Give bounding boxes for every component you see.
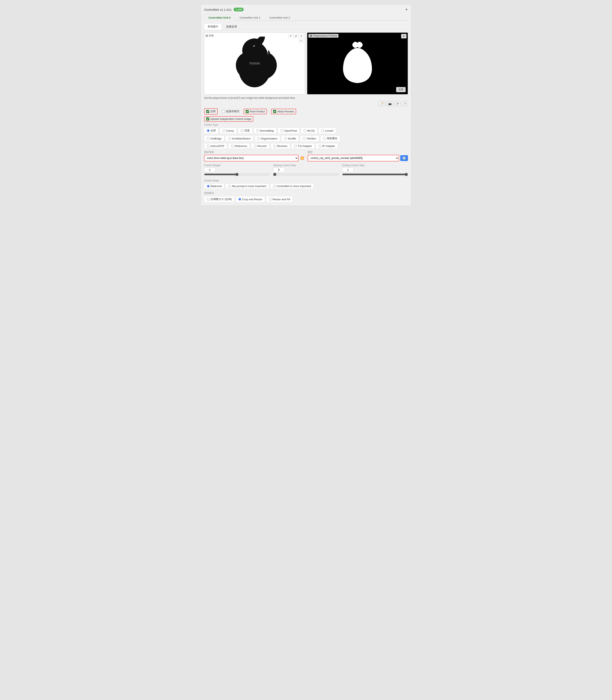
arrow-tool-button[interactable]: ↗ bbox=[402, 101, 408, 106]
preview-apple-image bbox=[337, 40, 378, 87]
collapse-button[interactable]: ▼ bbox=[405, 8, 408, 11]
radio-normalmap-input[interactable] bbox=[256, 129, 259, 132]
radio-reference-input[interactable] bbox=[231, 145, 234, 147]
radio-depth[interactable]: 深度 bbox=[238, 128, 252, 134]
upload-independent-wrapper: Upload independent control image bbox=[204, 116, 253, 122]
mode-controlnet-input[interactable] bbox=[273, 185, 276, 188]
inner-tab-batch[interactable]: 批量处理 bbox=[223, 23, 240, 30]
radio-inpaint-input[interactable] bbox=[323, 137, 326, 140]
image-label-text: 图像 bbox=[209, 34, 214, 38]
radio-tileblur-input[interactable] bbox=[303, 137, 306, 140]
mode-balanced-label: Balanced bbox=[210, 185, 222, 188]
input-image-box[interactable]: 🖼 图像 ↺ ⇄ ✕ 开始绘制 ✏ bbox=[204, 32, 305, 95]
resize-stretch[interactable]: 仅调整大小 (拉伸) bbox=[204, 196, 235, 202]
preview-label-text: Preprocessor Preview bbox=[313, 34, 337, 37]
radio-mlsd-input[interactable] bbox=[304, 129, 306, 132]
model-select[interactable]: control_v1p_sd15_qrcode_monster [a6e5899… bbox=[308, 155, 399, 161]
radio-softedge-input[interactable] bbox=[207, 137, 210, 140]
camera-tool-button[interactable]: 📷 bbox=[387, 101, 393, 106]
radio-instructp2p-input[interactable] bbox=[207, 145, 210, 147]
resize-fill[interactable]: Resize and Fill bbox=[266, 196, 293, 202]
radio-shuffle[interactable]: Shuffle bbox=[281, 135, 299, 142]
refresh-tool-button[interactable]: ⇄ bbox=[395, 101, 401, 106]
radio-mlsd[interactable]: MLSD bbox=[301, 128, 317, 134]
mode-balanced[interactable]: Balanced bbox=[204, 183, 224, 189]
radio-scribble-input[interactable] bbox=[228, 137, 231, 140]
radio-inpaint[interactable]: 局部重绘 bbox=[320, 135, 340, 142]
radio-canny-input[interactable] bbox=[222, 129, 225, 132]
image-label: 🖼 图像 bbox=[206, 34, 214, 38]
radio-canny[interactable]: Canny bbox=[220, 128, 237, 134]
image-icon: 🖼 bbox=[206, 34, 208, 37]
end-label: Ending Control Step bbox=[342, 164, 408, 167]
radio-openpose[interactable]: OpenPose bbox=[278, 128, 300, 134]
lowmem-checkbox[interactable] bbox=[222, 110, 225, 113]
tab-unit-1[interactable]: ControlNet Unit 1 bbox=[235, 14, 265, 21]
preprocessor-select-row: invert (from white bg & black line) 💥 bbox=[204, 155, 304, 161]
radio-normalmap[interactable]: NormalMap bbox=[254, 128, 277, 134]
radio-ipadapter[interactable]: IP-Adapter bbox=[316, 143, 338, 149]
radio-scribble[interactable]: Scribble/Sketch bbox=[225, 135, 253, 142]
edit-tool-button[interactable]: 📝 bbox=[378, 101, 385, 106]
radio-all-input[interactable] bbox=[207, 129, 210, 132]
clear-button[interactable]: ✕ bbox=[299, 34, 304, 38]
brush-button[interactable]: ✏ bbox=[299, 39, 304, 43]
upload-independent-checkbox[interactable] bbox=[206, 117, 209, 120]
radio-all[interactable]: 全部 bbox=[204, 128, 219, 134]
radio-mlsd-label: MLSD bbox=[307, 129, 315, 132]
radio-lineart[interactable]: Lineart bbox=[319, 128, 336, 134]
preprocessor-select[interactable]: invert (from white bg & black line) bbox=[204, 155, 298, 161]
mode-controlnet[interactable]: ControlNet is more important bbox=[270, 183, 314, 189]
start-value-input[interactable] bbox=[273, 167, 284, 172]
mode-balanced-input[interactable] bbox=[207, 185, 210, 188]
radio-recolor[interactable]: Recolor bbox=[251, 143, 269, 149]
radio-revision-input[interactable] bbox=[273, 145, 276, 147]
end-value-input[interactable] bbox=[342, 167, 353, 172]
preview-close-button[interactable]: 关闭 bbox=[396, 87, 406, 92]
model-col: 模型 control_v1p_sd15_qrcode_monster [a6e5… bbox=[308, 151, 408, 161]
inner-tab-single[interactable]: 单张图片 bbox=[204, 23, 222, 30]
redo-button[interactable]: ⇄ bbox=[294, 34, 298, 38]
radio-t2iadapter-input[interactable] bbox=[294, 145, 297, 147]
mode-prompt-input[interactable] bbox=[228, 185, 231, 188]
image-controls: ↺ ⇄ ✕ bbox=[288, 34, 304, 38]
info-text: Set the preprocessor to [invert] If your… bbox=[204, 97, 408, 99]
radio-softedge[interactable]: SoftEdge bbox=[204, 135, 224, 142]
radio-lineart-input[interactable] bbox=[321, 129, 324, 132]
undo-button[interactable]: ↺ bbox=[288, 34, 293, 38]
radio-instructp2p[interactable]: InstructP2P bbox=[204, 143, 227, 149]
resize-crop-input[interactable] bbox=[238, 198, 241, 201]
upload-independent-label: Upload independent control image bbox=[210, 117, 251, 120]
start-slider[interactable] bbox=[273, 173, 339, 176]
radio-reference[interactable]: Reference bbox=[228, 143, 250, 149]
radio-softedge-label: SoftEdge bbox=[210, 137, 222, 140]
radio-openpose-input[interactable] bbox=[281, 129, 283, 132]
mode-prompt[interactable]: My prompt is more important bbox=[225, 183, 269, 189]
tab-unit-0[interactable]: ControlNet Unit 0 bbox=[204, 14, 235, 21]
start-val-row bbox=[273, 167, 339, 172]
enable-checkbox[interactable] bbox=[206, 110, 209, 113]
end-slider[interactable] bbox=[342, 173, 408, 176]
radio-depth-input[interactable] bbox=[241, 129, 244, 132]
resize-stretch-input[interactable] bbox=[207, 198, 210, 201]
radio-ipadapter-input[interactable] bbox=[319, 145, 321, 147]
pixel-perfect-checkbox-wrapper: Pixel Perfect bbox=[244, 109, 267, 114]
radio-revision[interactable]: Revision bbox=[270, 143, 290, 149]
radio-segmentation-input[interactable] bbox=[257, 137, 260, 140]
pixel-perfect-checkbox[interactable] bbox=[246, 110, 249, 113]
allow-preview-label: Allow Preview bbox=[277, 110, 294, 113]
resize-crop[interactable]: Crop and Resize bbox=[236, 196, 265, 202]
radio-recolor-input[interactable] bbox=[254, 145, 256, 147]
radio-reference-label: Reference bbox=[235, 144, 247, 147]
resize-fill-input[interactable] bbox=[269, 198, 272, 201]
weight-value-input[interactable] bbox=[204, 167, 215, 172]
allow-preview-checkbox[interactable] bbox=[273, 110, 276, 113]
radio-segmentation[interactable]: Segmentation bbox=[254, 135, 280, 142]
radio-shuffle-input[interactable] bbox=[284, 137, 287, 140]
weight-slider[interactable] bbox=[204, 173, 270, 176]
tab-unit-2[interactable]: ControlNet Unit 2 bbox=[265, 14, 294, 21]
radio-t2iadapter[interactable]: T2I-Adapter bbox=[291, 143, 315, 149]
radio-tileblur[interactable]: Tile/Blur bbox=[300, 135, 319, 142]
model-refresh-button[interactable]: 🔄 bbox=[400, 155, 408, 161]
download-button[interactable]: ⬇ bbox=[401, 34, 406, 39]
